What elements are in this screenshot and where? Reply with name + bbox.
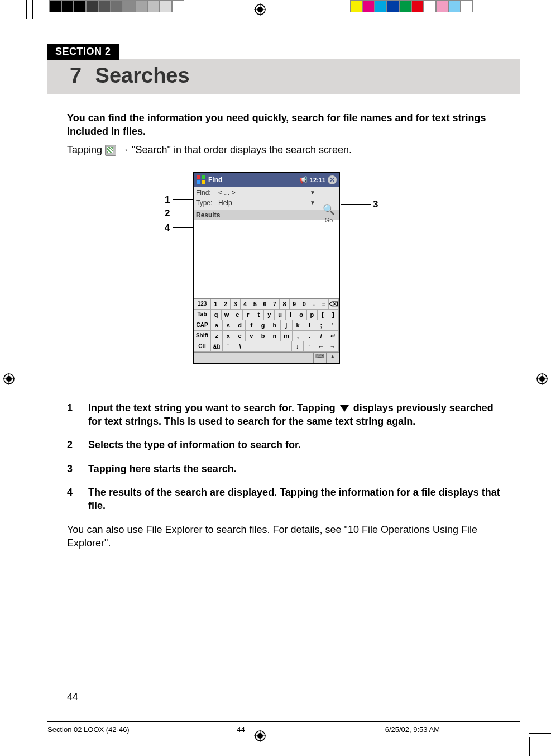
key[interactable]: ↓ <box>292 341 304 351</box>
color-swatch <box>375 0 387 12</box>
key[interactable]: b <box>257 331 269 341</box>
go-label: Go <box>321 217 337 224</box>
key[interactable]: 6 <box>260 299 270 309</box>
key[interactable]: g <box>257 320 269 330</box>
go-button[interactable]: 🔍 Go <box>321 202 337 224</box>
key[interactable]: v <box>246 331 257 341</box>
key[interactable]: a <box>211 320 223 330</box>
key[interactable]: áü <box>211 341 223 351</box>
callout-3: 3 <box>373 199 378 210</box>
footer: Section 02 LOOX (42-46) 44 6/25/02, 9:53… <box>47 721 520 734</box>
key[interactable]: f <box>246 320 257 330</box>
color-swatch <box>111 0 123 12</box>
key[interactable]: 4 <box>241 299 251 309</box>
key[interactable]: \ <box>234 341 246 351</box>
key[interactable]: d <box>234 320 246 330</box>
color-swatch <box>86 0 98 12</box>
list-item: 3 Tapping here starts the search. <box>67 462 502 476</box>
key[interactable]: y <box>264 310 275 320</box>
key[interactable]: 5 <box>250 299 260 309</box>
speaker-icon: 📢 <box>299 176 308 184</box>
key[interactable]: [ <box>318 310 328 320</box>
footer-left: Section 02 LOOX (42-46) <box>47 725 237 734</box>
key[interactable]: k <box>293 320 304 330</box>
key[interactable]: ] <box>328 310 339 320</box>
color-bar-right <box>350 0 473 12</box>
key[interactable]: → <box>327 341 339 351</box>
triangle-down-icon <box>340 405 349 412</box>
intro-paragraph: You can find the information you need qu… <box>67 111 502 156</box>
item-number: 4 <box>67 486 88 513</box>
chevron-down-icon: ▼ <box>310 199 315 206</box>
key[interactable]: u <box>275 310 285 320</box>
key[interactable]: r <box>243 310 253 320</box>
key[interactable]: 8 <box>280 299 290 309</box>
key[interactable]: ↵ <box>327 331 339 341</box>
key[interactable]: 2 <box>221 299 231 309</box>
key[interactable]: j <box>281 320 293 330</box>
key[interactable]: e <box>232 310 243 320</box>
key[interactable]: ; <box>315 320 327 330</box>
key[interactable]: 3 <box>231 299 241 309</box>
key[interactable]: s <box>223 320 234 330</box>
callout-2: 2 <box>165 208 170 219</box>
key[interactable]: ` <box>223 341 234 351</box>
key[interactable]: CAP <box>194 320 211 330</box>
key[interactable]: 1 <box>211 299 221 309</box>
key[interactable]: Ctl <box>194 341 211 351</box>
key[interactable]: ' <box>327 320 339 330</box>
key[interactable]: x <box>223 331 234 341</box>
key[interactable]: - <box>309 299 319 309</box>
key[interactable]: = <box>319 299 329 309</box>
key[interactable]: n <box>269 331 281 341</box>
key[interactable]: ⌫ <box>329 299 339 309</box>
results-header: Results <box>194 210 339 220</box>
svg-rect-17 <box>202 175 205 179</box>
key[interactable] <box>246 341 291 351</box>
up-arrow-icon[interactable]: ▴ <box>326 353 339 363</box>
key[interactable]: w <box>222 310 232 320</box>
page-number: 44 <box>67 691 78 703</box>
item-text: Input the text string you want to search… <box>88 401 502 429</box>
page: SECTION 2 7 Searches You can find the in… <box>0 0 551 756</box>
key[interactable]: Tab <box>194 310 211 320</box>
key[interactable]: o <box>296 310 307 320</box>
find-field[interactable]: < ... > ▼ <box>218 189 318 197</box>
footer-right: 6/25/02, 9:53 AM <box>318 725 520 734</box>
key[interactable]: 0 <box>299 299 309 309</box>
type-label: Type: <box>196 199 218 207</box>
close-icon[interactable]: ✕ <box>328 175 337 184</box>
chapter-title: Searches <box>95 64 190 87</box>
key[interactable]: h <box>269 320 281 330</box>
crop-mark <box>529 733 551 734</box>
key[interactable]: t <box>253 310 264 320</box>
key[interactable]: q <box>211 310 222 320</box>
chevron-down-icon: ▼ <box>310 189 315 196</box>
color-swatch <box>147 0 160 12</box>
item-number: 2 <box>67 438 88 451</box>
key[interactable]: z <box>211 331 223 341</box>
key[interactable]: / <box>315 331 327 341</box>
key[interactable]: ← <box>315 341 327 351</box>
keyboard-toggle-icon[interactable]: ⌨ <box>313 353 326 363</box>
callout-line <box>341 204 371 205</box>
callout-descriptions: 1 Input the text string you want to sear… <box>67 401 502 513</box>
color-swatch <box>172 0 184 12</box>
crop-mark <box>32 0 33 19</box>
soft-keyboard[interactable]: 1231234567890-=⌫Tabqwertyuiop[]CAPasdfgh… <box>194 298 339 352</box>
key[interactable]: ↑ <box>304 341 315 351</box>
key[interactable]: 7 <box>270 299 280 309</box>
key[interactable]: m <box>281 331 293 341</box>
key[interactable]: 9 <box>290 299 300 309</box>
key[interactable]: , <box>293 331 304 341</box>
content: SECTION 2 7 Searches You can find the in… <box>47 44 520 550</box>
key[interactable]: l <box>304 320 316 330</box>
key[interactable]: Shift <box>194 331 211 341</box>
key[interactable]: p <box>307 310 318 320</box>
key[interactable]: i <box>286 310 296 320</box>
key[interactable]: c <box>234 331 246 341</box>
key[interactable]: 123 <box>194 299 211 309</box>
type-field[interactable]: Help ▼ <box>218 199 318 207</box>
pda-bottombar: ⌨ ▴ <box>194 352 339 363</box>
key[interactable]: . <box>304 331 316 341</box>
